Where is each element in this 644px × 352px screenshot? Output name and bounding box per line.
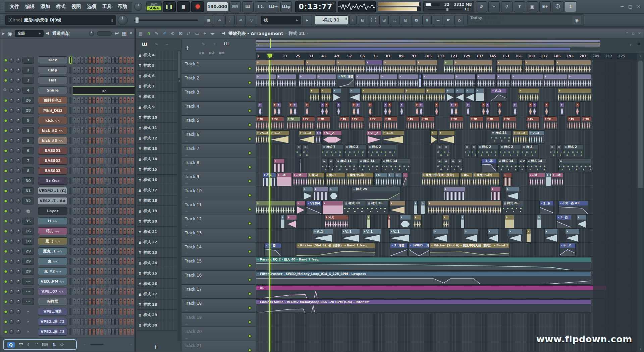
step-button[interactable] [131, 187, 134, 194]
menu-item-工具[interactable]: 工具 [102, 4, 112, 10]
step-button[interactable] [123, 177, 126, 184]
channel-led[interactable] [4, 199, 8, 203]
clip-header[interactable]: ≣ [303, 145, 308, 149]
step-button[interactable] [115, 318, 119, 325]
clip-3..器[interactable]: ⌁3..器 [556, 215, 571, 228]
clip-header[interactable]: ⏵ [529, 103, 532, 107]
clip[interactable]: ⏵ [575, 102, 580, 116]
step-button[interactable] [88, 137, 92, 144]
clip-header[interactable]: ⏵ [388, 215, 390, 220]
clip-Pitcher (Slot 6) - 魔鬼中的天使（提取） - Band 1 freq #2[interactable]: ⌁Pitcher (Slot 6) - 魔鬼中的天使（提取） - Band 1 … [430, 243, 509, 256]
channel-selector[interactable] [69, 157, 71, 164]
track-options[interactable]: ... [185, 111, 189, 114]
step-button[interactable] [131, 318, 134, 325]
step-button[interactable] [88, 218, 92, 225]
track-options[interactable]: ... [185, 336, 189, 339]
volume-knob[interactable] [16, 219, 21, 224]
clip[interactable]: ⏵ [389, 201, 406, 214]
clip-header[interactable]: ⏵ [303, 187, 313, 191]
add-pattern-button[interactable]: + [349, 16, 357, 24]
clip-header[interactable]: ≣样式 14 [382, 159, 410, 163]
rack-scroll-thumb[interactable] [90, 344, 104, 345]
channel-led[interactable] [4, 68, 8, 72]
channel-selector[interactable] [69, 298, 71, 305]
step-button[interactable] [96, 218, 99, 225]
clip-header[interactable]: ⏵ [506, 187, 519, 191]
clip-fx[interactable]: ⏵fx [503, 116, 516, 130]
clip-..道[interactable]: ⏵..道 [528, 173, 545, 186]
clip-header[interactable]: ⏵魔.. [461, 173, 472, 177]
step-button[interactable] [73, 308, 76, 315]
step-button[interactable] [108, 228, 111, 235]
clip-header[interactable]: ⏵..道 [529, 173, 545, 177]
step-button[interactable] [73, 57, 76, 64]
track-led[interactable] [248, 123, 252, 127]
clip-header[interactable]: ⏵V..1 [313, 229, 333, 234]
step-button[interactable] [73, 268, 76, 275]
step-button[interactable] [127, 67, 130, 74]
step-button[interactable] [119, 167, 122, 174]
step-button[interactable] [127, 197, 130, 204]
clip-fx[interactable]: ⏵fx [384, 116, 397, 130]
step-button[interactable] [73, 298, 76, 305]
step-button[interactable] [88, 248, 92, 255]
step-button[interactable] [88, 127, 92, 134]
clip-header[interactable]: ⏵ [444, 60, 453, 65]
clip[interactable]: ≣ [296, 144, 302, 158]
clip[interactable]: ⏵ [414, 201, 418, 214]
clip-header[interactable]: ⏵ [497, 60, 522, 65]
step-button[interactable] [100, 127, 103, 134]
clip[interactable]: ⏵ [256, 201, 296, 214]
pan-knob[interactable] [9, 289, 14, 294]
step-button[interactable] [88, 177, 92, 184]
step-button[interactable] [92, 308, 96, 315]
step-button[interactable] [77, 228, 80, 235]
step-button[interactable] [85, 268, 88, 275]
pan-knob[interactable] [9, 178, 14, 183]
clip-5[interactable]: ⏵5 [316, 130, 322, 144]
clip-header[interactable]: ⏵fx [317, 117, 330, 121]
channel-button-BASS03[interactable]: BASS03 [38, 167, 67, 175]
pitch-handle[interactable] [136, 17, 139, 23]
clip-header[interactable]: ⏵ [273, 103, 277, 107]
clip-header[interactable]: ⏵ [329, 187, 338, 191]
clip[interactable]: ⏵ [565, 229, 579, 242]
track-header-Track 8[interactable]: Track 8... [181, 158, 256, 172]
channel-number[interactable]: 26 [22, 97, 34, 104]
step-button[interactable] [111, 298, 115, 305]
funnel-icon[interactable]: ▽ [247, 15, 256, 25]
step-button[interactable] [77, 288, 80, 295]
clip-header[interactable]: ≣样式 14 [498, 159, 517, 163]
clip[interactable]: ⏵ [368, 102, 372, 116]
step-button[interactable] [92, 187, 96, 194]
clip[interactable]: ⏵ [417, 60, 437, 73]
channel-led[interactable] [4, 159, 8, 163]
step-button[interactable] [131, 107, 134, 114]
playlist-lanes[interactable]: ⏵⏵⏵⏵⏵⏵⏵⏵⏵⏵⏵⏵⏵⏵⏵⌁VP..增器⏵⏵⏵⏵⏵⏵⏵⏵⏵⏵⏵⏵⏵⏵⏵⏵⏵⏵… [256, 60, 637, 352]
clip-header[interactable]: ⏵ [433, 229, 448, 234]
clip-header[interactable]: ⏵ [321, 89, 331, 93]
step-button[interactable] [100, 157, 103, 164]
clip[interactable]: ⏵ [558, 88, 591, 102]
step-button[interactable] [111, 268, 115, 275]
clip-fx[interactable]: ⏵fx [544, 116, 557, 130]
step-button[interactable] [108, 298, 111, 305]
clip-header[interactable]: ⌁VP..增器 [337, 74, 354, 79]
clip-header[interactable]: ⏵ [545, 229, 557, 234]
step-button[interactable] [123, 258, 126, 265]
clip-header[interactable]: ≣ [437, 159, 442, 163]
step-button[interactable] [108, 157, 111, 164]
arrangement-preview-strip[interactable]: ‹ › [256, 39, 644, 53]
clip[interactable]: ⏵ [273, 159, 285, 172]
channel-number[interactable]: 28 [22, 107, 34, 114]
clip-header[interactable]: ⌁Endless Smile - VEDM2 Melodyloop 066 12… [256, 300, 591, 304]
clip-header[interactable]: ⏵ [503, 173, 512, 177]
step-button[interactable] [92, 97, 96, 104]
clip-header[interactable]: ⏵fx [470, 117, 483, 121]
step-button[interactable] [96, 208, 99, 215]
clip[interactable]: ⏵ [398, 74, 418, 87]
clip-header[interactable]: ⏵ [533, 103, 536, 107]
clip-header[interactable]: ⏵ [423, 74, 454, 79]
step-button[interactable] [131, 117, 134, 124]
pan-knob[interactable] [9, 319, 14, 324]
